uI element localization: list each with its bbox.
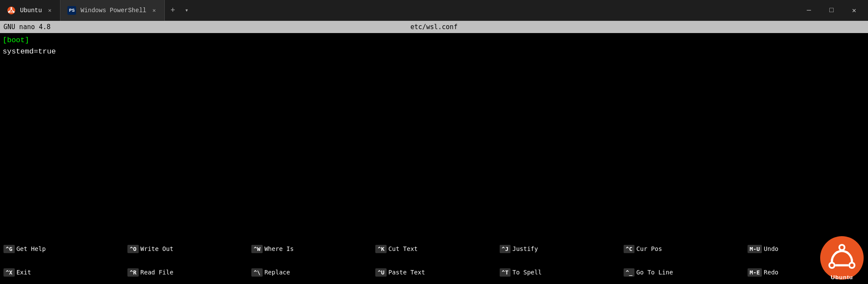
- shortcut-paste-text[interactable]: ^U Paste Text: [372, 268, 496, 277]
- shortcut-key-replace: ^\: [251, 268, 263, 277]
- ubuntu-logo-text: Ubuntu: [831, 274, 853, 281]
- shortcut-key-cut-text: ^K: [375, 245, 387, 253]
- shortcut-label-cut-text: Cut Text: [388, 245, 417, 252]
- shortcut-key-justify: ^J: [500, 245, 511, 253]
- nano-version: GNU nano 4.8: [3, 23, 219, 31]
- shortcut-label-to-spell: To Spell: [512, 269, 541, 276]
- shortcut-label-cur-pos: Cur Pos: [636, 245, 662, 252]
- tab-ubuntu-close[interactable]: ✕: [46, 6, 53, 15]
- shortcut-key-redo: M-E: [748, 268, 762, 277]
- svg-point-7: [840, 246, 844, 249]
- tab-dropdown-button[interactable]: ▾: [180, 4, 193, 17]
- shortcut-label-redo: Redo: [764, 269, 778, 276]
- shortcut-label-write-out: Write Out: [140, 245, 174, 252]
- shortcut-where-is[interactable]: ^W Where Is: [248, 245, 372, 253]
- shortcut-label-where-is: Where Is: [264, 245, 294, 252]
- shortcut-key-read-file: ^R: [127, 268, 139, 277]
- nano-header: GNU nano 4.8 etc/wsl.conf: [0, 21, 868, 33]
- window-controls: — □ ✕: [798, 3, 868, 18]
- shortcut-replace[interactable]: ^\ Replace: [248, 268, 372, 277]
- tab-powershell-close[interactable]: ✕: [150, 6, 157, 15]
- nano-filename: etc/wsl.conf: [219, 23, 649, 31]
- shortcut-bar: ^G Get Help ^O Write Out ^W Where Is ^K …: [0, 237, 868, 284]
- shortcut-key-to-spell: ^T: [500, 268, 511, 277]
- shortcut-key-write-out: ^O: [127, 245, 139, 253]
- add-tab-button[interactable]: +: [165, 3, 180, 18]
- ubuntu-circle: Ubuntu: [820, 236, 864, 280]
- ubuntu-logo: Ubuntu: [820, 236, 864, 280]
- shortcut-row-2: ^X Exit ^R Read File ^\ Replace ^U Paste…: [0, 261, 868, 284]
- shortcut-write-out[interactable]: ^O Write Out: [124, 245, 248, 253]
- shortcut-key-go-to-line: ^_: [624, 268, 635, 277]
- shortcut-justify[interactable]: ^J Justify: [496, 245, 620, 253]
- editor-area[interactable]: [boot] systemd=true: [0, 33, 868, 237]
- shortcut-key-undo: M-U: [748, 245, 762, 253]
- shortcut-read-file[interactable]: ^R Read File: [124, 268, 248, 277]
- shortcut-row-1: ^G Get Help ^O Write Out ^W Where Is ^K …: [0, 237, 868, 261]
- ubuntu-logo-svg: [827, 243, 857, 273]
- tab-ubuntu[interactable]: Ubuntu ✕: [0, 0, 60, 21]
- shortcut-key-get-help: ^G: [3, 245, 15, 253]
- editor-line-1: [boot]: [3, 35, 865, 46]
- shortcut-label-read-file: Read File: [140, 269, 174, 276]
- shortcut-label-get-help: Get Help: [17, 245, 46, 252]
- editor-line-2: systemd=true: [3, 46, 865, 57]
- ubuntu-tab-icon: [7, 6, 16, 15]
- shortcut-to-spell[interactable]: ^T To Spell: [496, 268, 620, 277]
- powershell-tab-icon: PS: [67, 6, 76, 15]
- shortcut-key-exit: ^X: [3, 268, 15, 277]
- svg-point-9: [850, 264, 854, 267]
- shortcut-label-justify: Justify: [512, 245, 538, 252]
- maximize-button[interactable]: □: [821, 3, 842, 18]
- shortcut-exit[interactable]: ^X Exit: [0, 268, 124, 277]
- shortcut-key-paste-text: ^U: [375, 268, 387, 277]
- shortcut-key-cur-pos: ^C: [624, 245, 635, 253]
- shortcut-label-paste-text: Paste Text: [388, 269, 425, 276]
- tab-powershell[interactable]: PS Windows PowerShell ✕: [60, 0, 165, 21]
- titlebar: Ubuntu ✕ PS Windows PowerShell ✕ + ▾ — □…: [0, 0, 868, 21]
- shortcut-label-exit: Exit: [17, 269, 31, 276]
- tab-powershell-label: Windows PowerShell: [80, 7, 146, 14]
- shortcut-go-to-line[interactable]: ^_ Go To Line: [620, 268, 744, 277]
- shortcut-cur-pos[interactable]: ^C Cur Pos: [620, 245, 744, 253]
- tab-ubuntu-label: Ubuntu: [20, 7, 42, 14]
- svg-point-1: [10, 7, 12, 9]
- shortcut-cut-text[interactable]: ^K Cut Text: [372, 245, 496, 253]
- close-button[interactable]: ✕: [844, 3, 865, 18]
- shortcut-label-replace: Replace: [264, 269, 290, 276]
- shortcut-key-where-is: ^W: [251, 245, 263, 253]
- shortcut-label-undo: Undo: [764, 245, 778, 252]
- shortcut-get-help[interactable]: ^G Get Help: [0, 245, 124, 253]
- minimize-button[interactable]: —: [798, 3, 819, 18]
- svg-point-8: [830, 264, 834, 267]
- shortcut-label-go-to-line: Go To Line: [636, 269, 673, 276]
